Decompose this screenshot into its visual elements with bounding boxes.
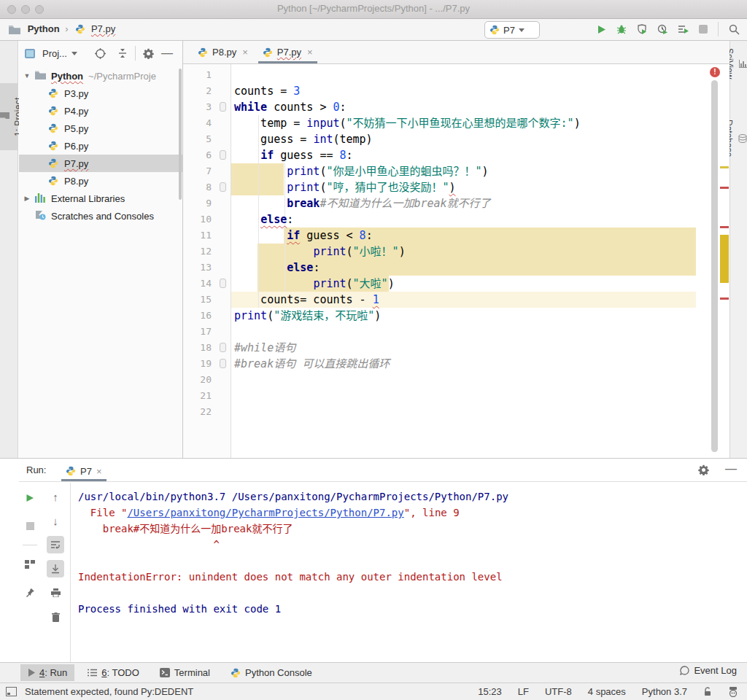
tree-item-p3-py[interactable]: P3.py [19,85,182,102]
code-line-19[interactable]: #break语句 可以直接跳出循环 [231,356,729,372]
code-line-14[interactable]: print("大啦") [231,276,729,292]
fold-marker-icon[interactable] [220,343,226,352]
code-line-7[interactable]: print("你是小甲鱼心里的蛔虫吗？！") [231,163,729,179]
run-console-output[interactable]: /usr/local/bin/python3.7 /Users/panxiton… [70,483,747,662]
close-icon[interactable]: × [96,466,102,477]
gutter-line-17[interactable]: 17 [183,324,231,340]
tree-item-external-libraries[interactable]: ▶External Libraries [19,190,182,207]
rerun-button[interactable] [21,489,39,507]
gutter-line-16[interactable]: 16 [183,308,231,324]
gutter-line-11[interactable]: 11 [183,228,231,244]
code-line-16[interactable]: print("游戏结束，不玩啦") [231,308,729,324]
code-editor[interactable]: 12345678910111213141516171819202122 coun… [183,64,729,458]
file-encoding[interactable]: UTF-8 [545,686,572,697]
warning-stripe-mark[interactable] [720,166,729,168]
tree-item-python[interactable]: ▼Python~/PycharmProje [19,67,182,85]
code-line-20[interactable] [231,372,729,388]
gutter-line-10[interactable]: 10 [183,211,231,228]
gutter-line-20[interactable]: 20 [183,372,231,388]
project-view-selector[interactable]: Proj... [42,48,67,59]
breadcrumb-file[interactable]: P7.py [91,23,115,34]
pin-tab-button[interactable] [21,583,39,601]
tree-item-p7-py[interactable]: P7.py [19,155,182,172]
code-line-21[interactable] [231,388,729,404]
code-line-8[interactable]: print("哼，猜中了也没奖励！") [231,179,729,195]
gutter-line-22[interactable]: 22 [183,404,231,420]
tool-window-button-todo[interactable]: 6: TODO [80,664,147,681]
code-line-15[interactable]: counts= counts - 1 [231,292,729,308]
code-line-13[interactable]: else: [231,260,729,276]
tool-window-button-python-console[interactable]: Python Console [223,664,320,681]
run-tab[interactable]: P7 × [60,462,108,481]
error-indicator-icon[interactable]: ! [710,67,720,77]
code-line-11[interactable]: if guess < 8: [231,228,729,244]
locate-file-button[interactable] [95,48,106,59]
fold-marker-icon[interactable] [220,102,226,112]
tool-window-tab-project[interactable]: 1: Project [0,83,18,150]
code-line-18[interactable]: #while语句 [231,340,729,356]
gutter-line-5[interactable]: 5 [183,131,231,147]
gutter-line-14[interactable]: 14 [183,276,231,292]
editor-tab-p8-py[interactable]: P8.py× [190,41,255,63]
soft-wrap-button[interactable] [47,536,64,553]
find-stripe-mark[interactable] [720,235,729,283]
gutter-line-12[interactable]: 12 [183,244,231,260]
tree-item-p8-py[interactable]: P8.py [19,172,182,190]
line-separator[interactable]: LF [518,686,529,697]
gutter-line-19[interactable]: 19 [183,356,231,372]
tool-window-tab-database[interactable]: Database [730,120,747,157]
code-line-22[interactable] [231,404,729,420]
tab-close-icon[interactable]: × [307,47,313,58]
collapse-all-button[interactable] [117,48,128,58]
gutter-line-4[interactable]: 4 [183,115,231,131]
gutter-line-9[interactable]: 9 [183,195,231,211]
status-message[interactable]: Statement expected, found Py:DEDENT [25,686,193,697]
interpreter[interactable]: Python 3.7 [642,686,687,697]
project-settings-button[interactable] [143,48,154,59]
chevron-down-icon[interactable]: ▼ [22,72,32,79]
run-with-settings-button[interactable] [678,24,689,34]
code-line-1[interactable] [231,67,729,83]
gutter-line-21[interactable]: 21 [183,388,231,404]
highlighting-level-icon[interactable] [728,687,738,697]
gutter-line-3[interactable]: 3 [183,99,231,115]
gutter-line-18[interactable]: 18 [183,340,231,356]
breadcrumb-project[interactable]: Python [28,23,60,34]
hide-run-panel-button[interactable]: — [725,464,737,475]
gutter-line-13[interactable]: 13 [183,260,231,276]
stop-button[interactable] [699,25,708,34]
gutter-line-2[interactable]: 2 [183,83,231,99]
gutter-line-1[interactable]: 1 [183,67,231,83]
code-line-12[interactable]: print("小啦！") [231,244,729,260]
tree-item-p4-py[interactable]: P4.py [19,102,182,120]
down-stack-trace-button[interactable]: ↓ [47,512,64,529]
gutter-line-6[interactable]: 6 [183,147,231,163]
code-line-5[interactable]: guess = int(temp) [231,131,729,147]
run-configuration-selector[interactable]: P7 [484,21,540,39]
code-line-17[interactable] [231,324,729,340]
gutter-line-8[interactable]: 8 [183,179,231,195]
code-line-2[interactable]: counts = 3 [231,83,729,99]
tree-item-p5-py[interactable]: P5.py [19,120,182,137]
code-line-10[interactable]: else: [231,211,729,228]
error-stripe-mark[interactable] [720,187,729,189]
code-line-9[interactable]: break#不知道为什么一加break就不行了 [231,195,729,211]
tool-window-button-run[interactable]: 4: Run [20,664,74,681]
tool-window-button-terminal[interactable]: Terminal [152,664,217,681]
unlock-icon[interactable] [703,687,712,697]
event-log-button[interactable]: Event Log [680,665,737,676]
toggle-tool-windows-button[interactable] [6,687,17,696]
indent-style[interactable]: 4 spaces [588,686,626,697]
project-scrollbar[interactable] [179,69,182,200]
chevron-right-icon[interactable]: ▶ [22,195,32,202]
profiler-button[interactable] [657,24,667,34]
print-button[interactable] [47,584,64,602]
file-link[interactable]: /Users/panxitong/PycharmProjects/Python/… [127,507,403,518]
search-everywhere-button[interactable] [729,24,740,35]
fold-marker-icon[interactable] [220,359,226,368]
gutter-line-15[interactable]: 15 [183,292,231,308]
coverage-button[interactable] [637,24,647,34]
run-button[interactable] [597,25,606,34]
error-stripe-mark[interactable] [720,226,729,228]
cursor-position[interactable]: 15:23 [478,686,502,697]
